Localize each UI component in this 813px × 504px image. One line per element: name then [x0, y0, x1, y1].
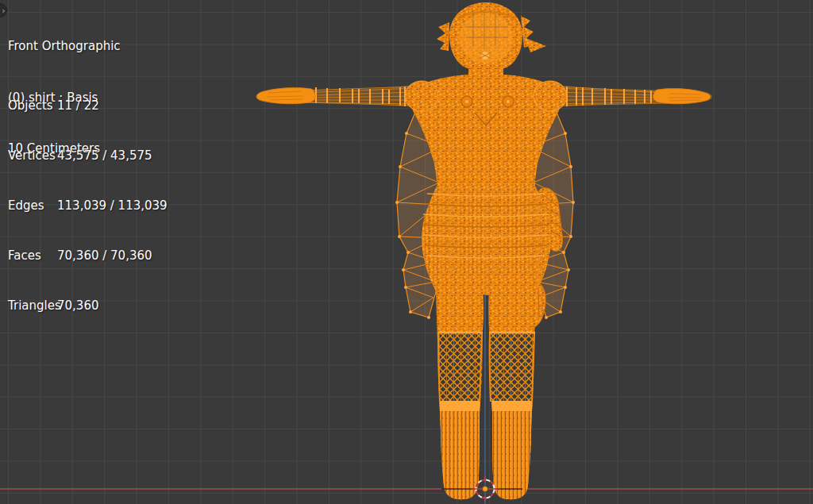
- stat-value: 11 / 22: [57, 98, 99, 114]
- stat-label: Faces: [8, 248, 57, 264]
- arm-left: [256, 85, 419, 107]
- stats-row-vertices: Vertices 43,575 / 43,575: [8, 148, 168, 164]
- stats-row-faces: Faces 70,360 / 70,360: [8, 248, 168, 264]
- stat-value: 113,039 / 113,039: [57, 198, 168, 214]
- stat-label: Vertices: [8, 148, 57, 164]
- 3d-viewport[interactable]: Front Orthographic (0) shirt : Basis 10 …: [0, 0, 813, 504]
- view-mode-label: Front Orthographic: [8, 38, 121, 56]
- hand-left: [256, 88, 315, 104]
- stats-row-objects: Objects 11 / 22: [8, 98, 168, 114]
- stat-label: Objects: [8, 98, 57, 114]
- leg-right: [488, 272, 536, 500]
- stat-label: Triangles: [8, 298, 57, 314]
- arm-right: [553, 85, 712, 107]
- leg-left: [436, 272, 484, 500]
- shoulder-left: [405, 81, 438, 111]
- hand-right: [653, 89, 711, 104]
- chevron-right-icon: ›: [2, 6, 5, 16]
- shoulder-right: [534, 81, 567, 111]
- stats-row-edges: Edges 113,039 / 113,039: [8, 198, 168, 214]
- stats-row-triangles: Triangles 70,360: [8, 298, 168, 314]
- origin-dot: [483, 487, 488, 492]
- hair-spike-left: [437, 22, 449, 51]
- scene-stats: Objects 11 / 22 Vertices 43,575 / 43,575…: [8, 64, 168, 348]
- stat-value: 43,575 / 43,575: [57, 148, 152, 164]
- head: [437, 2, 546, 81]
- stat-value: 70,360 / 70,360: [57, 248, 152, 264]
- stat-label: Edges: [8, 198, 57, 214]
- character-mesh[interactable]: [256, 2, 712, 500]
- hair-spike-right-low: [526, 38, 546, 52]
- stat-value: 70,360: [57, 298, 99, 314]
